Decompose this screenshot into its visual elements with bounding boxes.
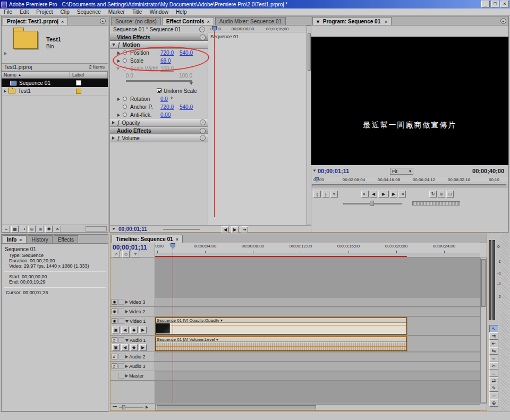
opacity-effect-row[interactable]: ƒ Opacity ◦ [110, 119, 208, 127]
timecode-context-icon[interactable] [113, 228, 115, 230]
next-keyframe-button[interactable]: ⇥ [241, 226, 248, 233]
tab-info[interactable]: Info× [3, 235, 27, 243]
twirl-open-icon[interactable] [116, 67, 120, 70]
anchor-y-value[interactable]: 540.0 [180, 104, 193, 110]
track-name[interactable]: Audio 2 [129, 354, 146, 359]
shuttle-handle[interactable] [370, 201, 374, 206]
twirl-closed-icon[interactable] [112, 121, 115, 124]
automate-to-sequence-button[interactable]: ⇢ [20, 226, 27, 233]
timeline-playhead-line[interactable] [173, 249, 173, 403]
column-header-label[interactable]: Label [70, 71, 108, 79]
column-header-name[interactable]: Name ▲ [2, 71, 70, 79]
jog-disk[interactable] [412, 201, 460, 205]
previous-keyframe-icon[interactable]: ◀ [121, 327, 129, 333]
scale-width-value[interactable]: 100.0 [160, 66, 174, 72]
safe-margins-button[interactable]: ⊞ [438, 191, 445, 198]
step-back-button[interactable]: ◀ [370, 191, 377, 198]
menu-window[interactable]: Window [146, 9, 172, 15]
zoom-in-icon[interactable] [146, 406, 148, 409]
track-select-tool[interactable]: ⇉ [489, 332, 498, 340]
expand-track-icon[interactable] [125, 301, 128, 304]
track-lock-toggle[interactable] [118, 363, 124, 369]
tab-timeline[interactable]: Timeline: Sequence 01× [112, 235, 183, 243]
hand-tool[interactable]: ☞ [489, 392, 498, 399]
new-item-button[interactable]: ✱ [45, 226, 53, 233]
scale-value[interactable]: 68.0 [160, 58, 171, 64]
timecode-context-icon[interactable] [313, 170, 316, 172]
toggle-animation-icon[interactable] [123, 66, 127, 71]
next-keyframe-icon[interactable]: ▶ [139, 344, 147, 351]
play-button[interactable]: ▶ [378, 191, 389, 198]
twirl-closed-icon[interactable] [112, 136, 115, 140]
maximize-button[interactable]: □ [491, 1, 499, 7]
expand-track-icon[interactable] [125, 355, 128, 358]
set-in-button[interactable]: { [313, 191, 321, 198]
ripple-edit-tool[interactable]: ⇤ [489, 340, 498, 347]
ec-zoom-slider[interactable] [163, 229, 200, 230]
selection-tool[interactable]: ↖ [489, 325, 498, 332]
clip-effect-dropdown-icon[interactable]: ▾ [216, 337, 218, 342]
tab-history[interactable]: History [28, 235, 53, 243]
rotation-value[interactable]: 0.0 [160, 96, 168, 102]
track-name[interactable]: Video 2 [129, 309, 145, 314]
toggle-animation-icon[interactable] [123, 50, 127, 55]
effect-enabled-icon[interactable]: ƒ [117, 120, 120, 126]
menu-help[interactable]: Help [172, 9, 191, 15]
expand-track-icon[interactable] [125, 310, 128, 313]
project-row-sequence01[interactable]: Sequence 01 [2, 79, 108, 87]
track-name[interactable]: Audio 1 [130, 338, 146, 343]
panel-menu-icon[interactable]: ▸ [100, 18, 106, 24]
go-to-in-button[interactable]: ⇤ [361, 191, 369, 198]
timeline-horizontal-scrollbar[interactable] [155, 404, 480, 410]
twirl-closed-icon[interactable] [117, 59, 120, 63]
track-lock-toggle[interactable] [118, 354, 124, 359]
close-tab-icon[interactable]: × [385, 19, 387, 24]
track-lock-toggle[interactable] [118, 373, 124, 379]
toggle-animation-icon[interactable] [123, 105, 127, 109]
collapse-track-icon[interactable] [125, 339, 129, 342]
toggle-track-output-icon[interactable]: ♬ [112, 354, 117, 359]
set-out-button[interactable]: } [322, 191, 329, 198]
menu-clip[interactable]: Clip [56, 9, 73, 15]
volume-effect-row[interactable]: ƒ Volume ◦ [110, 134, 208, 142]
toggle-timeline-view-icon[interactable]: ◦ [199, 27, 205, 32]
tab-project[interactable]: Project: Test1.prproj× [3, 17, 68, 25]
ec-playhead-line[interactable] [214, 32, 215, 217]
zoom-out-icon[interactable] [113, 406, 117, 407]
scale-slider[interactable] [126, 80, 192, 82]
toggle-animation-icon[interactable] [123, 58, 127, 63]
menu-sequence[interactable]: Sequence [73, 9, 105, 15]
position-y-value[interactable]: 540.0 [180, 50, 193, 56]
icon-view-button[interactable]: ▦ [11, 226, 19, 233]
track-name[interactable]: Master [129, 373, 144, 379]
slide-tool[interactable]: ⇄ [489, 377, 498, 384]
ec-timecode[interactable]: 00;00;01;11 [118, 226, 147, 232]
ec-timeline-ruler[interactable]: 00;00 00;00;08;00 00;00;16;00 [208, 25, 307, 32]
motion-effect-row[interactable]: ƒ Motion [110, 41, 208, 49]
go-to-out-button[interactable]: ⇥ [398, 191, 406, 198]
uniform-scale-checkbox[interactable] [157, 88, 162, 93]
slider-handle[interactable] [190, 82, 193, 85]
minimize-button[interactable]: _ [481, 1, 490, 7]
tab-effect-controls[interactable]: Effect Controls× [162, 17, 214, 25]
dropdown-icon[interactable]: ▾ [317, 19, 319, 24]
reset-icon[interactable]: ◦ [200, 35, 206, 40]
close-tab-icon[interactable]: × [176, 237, 178, 242]
project-row-test1[interactable]: Test1 [2, 87, 108, 96]
track-display-style-button[interactable]: ▣ [112, 327, 120, 333]
reset-icon[interactable]: ◦ [200, 119, 206, 125]
tab-program[interactable]: ▾ Program: Sequence 01 × [312, 17, 392, 25]
twirl-closed-icon[interactable] [117, 98, 120, 101]
menu-title[interactable]: Title [129, 9, 146, 15]
rolling-edit-tool[interactable]: ⇆ [489, 347, 498, 355]
program-timecode[interactable]: 00;00;01;11 [318, 168, 349, 174]
viewing-area-bar[interactable] [311, 184, 508, 187]
expand-track-icon[interactable] [125, 365, 128, 368]
delete-button[interactable]: ✕ [54, 226, 61, 233]
video-effects-header[interactable]: Video Effects ◦ [110, 33, 208, 41]
position-x-value[interactable]: 720.0 [160, 50, 174, 56]
opacity-rubber-band[interactable] [171, 325, 406, 325]
collapse-track-icon[interactable] [125, 320, 129, 323]
track-lock-toggle[interactable] [118, 308, 124, 314]
previous-keyframe-icon[interactable]: ◀ [121, 344, 129, 351]
